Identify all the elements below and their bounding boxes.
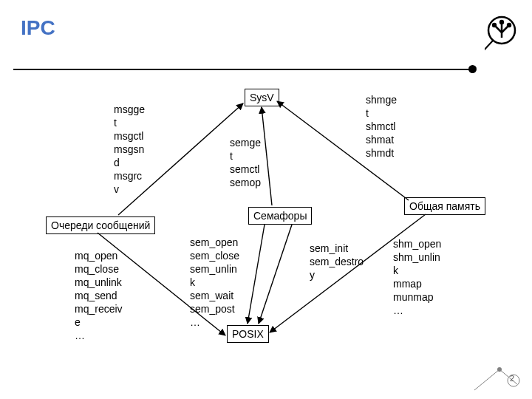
svg-line-6 [118, 103, 243, 215]
svg-line-10 [270, 214, 426, 332]
footer-network-icon [467, 362, 526, 398]
page-number: 2 [510, 374, 514, 383]
arrows [0, 0, 532, 399]
svg-line-14 [499, 369, 517, 384]
svg-line-12 [259, 225, 292, 324]
svg-line-11 [248, 225, 265, 324]
svg-line-13 [474, 369, 499, 390]
svg-line-8 [262, 107, 272, 205]
svg-line-7 [277, 101, 409, 200]
svg-point-15 [497, 367, 502, 372]
svg-line-9 [98, 233, 225, 335]
